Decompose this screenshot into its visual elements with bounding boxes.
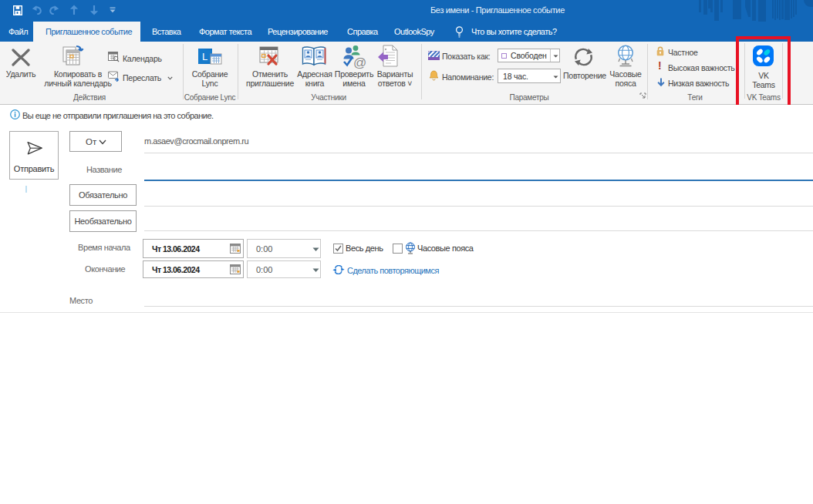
svg-text:@: @	[353, 55, 366, 69]
svg-text:L: L	[202, 51, 207, 62]
